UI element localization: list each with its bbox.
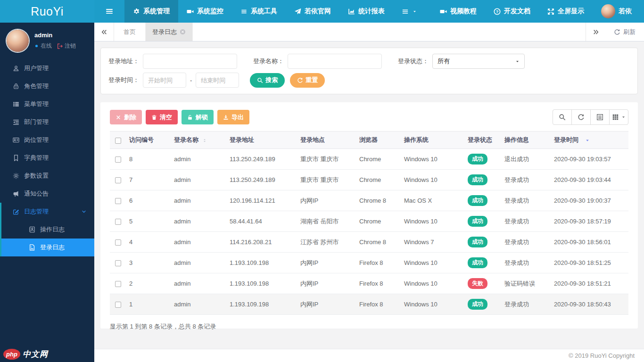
nav-item-system-monitor[interactable]: 系统监控: [180, 0, 231, 23]
cell-message: 登录成功: [501, 232, 551, 253]
trash-icon: [151, 115, 157, 120]
cell-browser: Chrome 8: [356, 190, 401, 211]
tabs-scroll-left-button[interactable]: [94, 23, 114, 41]
cell-os: Windows 10: [401, 253, 464, 273]
table-row[interactable]: 3 admin 1.193.109.198 内网IP Firefox 8 Win…: [110, 253, 628, 273]
table-row[interactable]: 1 admin 1.193.109.198 内网IP Firefox 8 Win…: [110, 294, 628, 315]
table-refresh-button[interactable]: [571, 109, 591, 125]
table-row[interactable]: 6 admin 120.196.114.121 内网IP Chrome 8 Ma…: [110, 190, 628, 211]
sidebar-item-label: 岗位管理: [24, 136, 49, 144]
sidebar-item-role-manage[interactable]: 角色管理: [0, 77, 94, 95]
export-button[interactable]: 导出: [217, 110, 249, 124]
nav-item-dev-docs[interactable]: ?开发文档: [487, 0, 537, 23]
end-time-input[interactable]: [196, 73, 239, 88]
login-log-table: 访问编号登录名称登录地址登录地点浏览器操作系统登录状态操作信息登录时间 8 ad…: [110, 131, 628, 315]
cell-os: Mac OS X: [401, 190, 464, 211]
nav-item-ruoyi-site[interactable]: 若依官网: [287, 0, 338, 23]
login-status-select[interactable]: 所有: [432, 54, 525, 69]
close-icon[interactable]: [180, 29, 186, 35]
refresh-tab-button[interactable]: 刷新: [605, 23, 644, 41]
table-row[interactable]: 7 admin 113.250.249.189 重庆市 重庆市 Chrome W…: [110, 170, 628, 190]
row-checkbox[interactable]: [115, 198, 121, 204]
column-header[interactable]: 登录时间: [551, 132, 628, 149]
table-row[interactable]: 4 admin 114.216.208.21 江苏省 苏州市 Chrome 8 …: [110, 232, 628, 253]
table-columns-button[interactable]: [609, 109, 628, 125]
cell-location: 内网IP: [297, 273, 356, 294]
sidebar-item-menu-manage[interactable]: 菜单管理: [0, 95, 94, 113]
user-name: admin: [34, 32, 76, 39]
start-time-input[interactable]: [143, 73, 186, 88]
nav-item-profile[interactable]: 若依: [594, 0, 639, 23]
tab-home[interactable]: 首页: [114, 23, 146, 41]
delete-button[interactable]: 删除: [110, 110, 142, 124]
row-checkbox[interactable]: [115, 156, 121, 163]
column-header[interactable]: 操作信息: [501, 132, 551, 149]
search-button[interactable]: 搜索: [250, 73, 285, 88]
tab-login-log[interactable]: 登录日志: [146, 23, 193, 41]
row-checkbox[interactable]: [115, 302, 121, 308]
row-checkbox[interactable]: [115, 260, 121, 266]
row-checkbox[interactable]: [115, 239, 121, 246]
table-row[interactable]: 2 admin 1.193.109.198 内网IP Firefox 8 Win…: [110, 273, 628, 294]
sidebar-item-operation-log[interactable]: 操作日志: [0, 221, 94, 239]
status-badge: 成功: [468, 154, 487, 165]
login-address-label: 登录地址：: [108, 57, 139, 66]
nav-item-fullscreen[interactable]: 全屏显示: [540, 0, 591, 23]
cell-location: 湖南省 岳阳市: [297, 211, 356, 232]
reset-button[interactable]: 重置: [290, 73, 325, 88]
column-header[interactable]: 浏览器: [356, 132, 401, 149]
cell-os: Windows 10: [401, 170, 464, 190]
row-checkbox[interactable]: [115, 281, 121, 287]
login-address-input[interactable]: [143, 54, 237, 69]
cell-ip: 1.193.109.198: [226, 253, 297, 273]
clear-button[interactable]: 清空: [146, 110, 178, 124]
sidebar-toggle-button[interactable]: [94, 0, 124, 23]
gear-icon: [133, 8, 140, 15]
tabs-scroll-right-button[interactable]: [586, 23, 605, 41]
column-header[interactable]: 登录名称: [171, 132, 226, 149]
table-detail-view-button[interactable]: [590, 109, 610, 125]
sidebar-item-login-log[interactable]: 登录日志: [0, 239, 94, 256]
table-row[interactable]: 5 admin 58.44.41.64 湖南省 岳阳市 Chrome Windo…: [110, 211, 628, 232]
login-name-label: 登录名称：: [253, 57, 284, 66]
logout-link[interactable]: 注销: [65, 42, 76, 50]
row-checkbox[interactable]: [115, 177, 121, 183]
cell-name: admin: [171, 294, 226, 315]
table-search-toggle-button[interactable]: [553, 109, 572, 125]
nav-right: 视频教程?开发文档全屏显示若依: [431, 0, 644, 23]
cell-ip: 113.250.249.189: [226, 170, 297, 190]
sidebar-item-log-manage[interactable]: 日志管理: [0, 203, 94, 221]
app-header: RuoYi 系统管理系统监控系统工具若依官网统计报表 视频教程?开发文档全屏显示…: [0, 0, 644, 23]
cell-name: admin: [171, 253, 226, 273]
nav-label: 系统工具: [251, 7, 277, 16]
nav-item-video-tutorial[interactable]: 视频教程: [433, 0, 484, 23]
nav-item-system-tools[interactable]: 系统工具: [233, 0, 284, 23]
copyright-text: © 2019 RuoYi Copyright: [569, 352, 635, 359]
sidebar-item-notice[interactable]: 通知公告: [0, 185, 94, 203]
remove-icon: [116, 115, 121, 120]
unlock-button[interactable]: 解锁: [182, 110, 214, 124]
sidebar-item-dict-manage[interactable]: 字典管理: [0, 149, 94, 167]
refresh-icon: [578, 114, 585, 121]
column-header[interactable]: 操作系统: [401, 132, 464, 149]
row-checkbox[interactable]: [115, 219, 121, 225]
sidebar-item-dept-manage[interactable]: 部门管理: [0, 113, 94, 131]
cell-browser: Firefox 8: [356, 253, 401, 273]
column-header[interactable]: 登录地点: [297, 132, 356, 149]
table-head-row: 访问编号登录名称登录地址登录地点浏览器操作系统登录状态操作信息登录时间: [110, 132, 628, 149]
nav-item-more-menu[interactable]: [395, 0, 424, 23]
table-row[interactable]: 8 admin 113.250.249.189 重庆市 重庆市 Chrome W…: [110, 149, 628, 170]
cell-time: 2020-09-30 19:00:37: [551, 190, 628, 211]
nav-item-stats-report[interactable]: 统计报表: [341, 0, 392, 23]
column-header[interactable]: 登录状态: [464, 132, 501, 149]
column-header[interactable]: 登录地址: [226, 132, 297, 149]
sidebar-item-param-settings[interactable]: 参数设置: [0, 167, 94, 185]
user-avatar[interactable]: [7, 30, 29, 52]
column-header[interactable]: 访问编号: [126, 132, 171, 149]
login-name-input[interactable]: [288, 54, 382, 69]
sidebar-item-user-manage[interactable]: 用户管理: [0, 59, 94, 77]
nav-item-system-manage[interactable]: 系统管理: [124, 0, 178, 23]
sidebar-item-post-manage[interactable]: 岗位管理: [0, 131, 94, 149]
select-all-checkbox[interactable]: [115, 138, 121, 144]
sidebar-item-label: 用户管理: [24, 64, 49, 73]
